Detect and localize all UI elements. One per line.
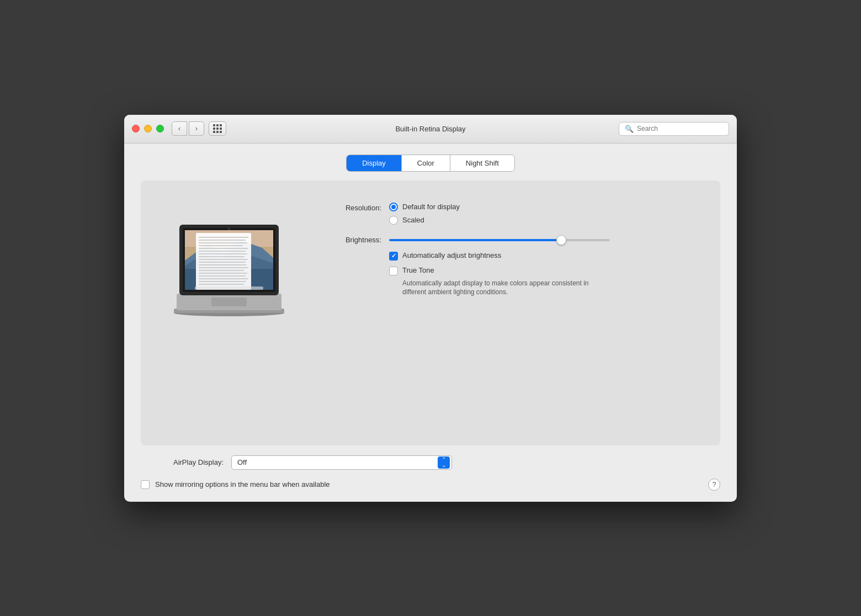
laptop-svg xyxy=(157,208,301,318)
resolution-default-option[interactable]: Default for display xyxy=(389,203,460,211)
airplay-label: AirPlay Display: xyxy=(141,458,224,466)
checkmark-icon: ✓ xyxy=(391,253,396,259)
resolution-controls: Default for display Scaled xyxy=(389,203,460,225)
svg-rect-15 xyxy=(199,242,247,243)
auto-brightness-checkbox[interactable]: ✓ xyxy=(389,252,398,261)
mirroring-row: Show mirroring options in the menu bar w… xyxy=(141,479,720,491)
svg-rect-24 xyxy=(199,267,248,268)
true-tone-row: True Tone xyxy=(389,266,610,275)
traffic-lights xyxy=(132,125,164,132)
help-button[interactable]: ? xyxy=(708,479,720,491)
grid-view-button[interactable] xyxy=(209,121,226,136)
svg-point-32 xyxy=(228,228,230,230)
tab-group: Display Color Night Shift xyxy=(346,155,515,172)
resolution-scaled-label: Scaled xyxy=(402,216,424,224)
tab-color[interactable]: Color xyxy=(402,155,450,171)
true-tone-description: Automatically adapt display to make colo… xyxy=(402,279,601,298)
search-box[interactable]: 🔍 xyxy=(619,122,729,136)
minimize-button[interactable] xyxy=(144,125,152,132)
svg-rect-23 xyxy=(199,264,247,265)
settings-area: Resolution: Default for display Scaled xyxy=(328,197,704,429)
forward-button[interactable]: › xyxy=(189,121,204,136)
brightness-slider-container[interactable] xyxy=(389,235,610,246)
svg-rect-25 xyxy=(199,270,244,271)
svg-rect-3 xyxy=(211,298,247,306)
resolution-default-radio[interactable] xyxy=(389,203,398,211)
mirroring-left: Show mirroring options in the menu bar w… xyxy=(141,480,330,489)
airplay-row: AirPlay Display: Off On ⌃⌄ xyxy=(141,455,720,470)
airplay-select-container: Off On ⌃⌄ xyxy=(231,455,452,470)
resolution-scaled-option[interactable]: Scaled xyxy=(389,216,460,225)
svg-rect-21 xyxy=(199,259,248,260)
bottom-area: AirPlay Display: Off On ⌃⌄ Show mirrorin… xyxy=(141,445,720,491)
nav-buttons: ‹ › xyxy=(172,121,204,136)
tab-display[interactable]: Display xyxy=(347,155,402,171)
auto-brightness-label: Automatically adjust brightness xyxy=(402,251,501,259)
main-panel: Resolution: Default for display Scaled xyxy=(141,180,720,445)
svg-rect-17 xyxy=(199,248,248,249)
svg-rect-31 xyxy=(195,286,263,290)
true-tone-label: True Tone xyxy=(402,266,434,274)
brightness-label: Brightness: xyxy=(328,235,389,244)
maximize-button[interactable] xyxy=(156,125,164,132)
resolution-label: Resolution: xyxy=(328,203,389,212)
airplay-select[interactable]: Off On xyxy=(231,455,452,470)
brightness-slider-track xyxy=(389,239,610,241)
tabs-container: Display Color Night Shift xyxy=(141,155,720,172)
svg-rect-14 xyxy=(199,240,246,241)
svg-rect-30 xyxy=(199,284,244,285)
laptop-preview xyxy=(157,197,301,429)
true-tone-checkbox[interactable] xyxy=(389,267,398,275)
true-tone-section: True Tone Automatically adapt display to… xyxy=(389,266,610,298)
search-icon: 🔍 xyxy=(625,125,634,133)
window-title: Built-in Retina Display xyxy=(395,125,465,133)
svg-rect-27 xyxy=(199,275,246,277)
close-button[interactable] xyxy=(132,125,140,132)
svg-rect-22 xyxy=(199,262,246,263)
radio-inner-dot xyxy=(391,205,396,209)
resolution-scaled-radio[interactable] xyxy=(389,216,398,225)
svg-rect-13 xyxy=(199,237,248,238)
svg-rect-18 xyxy=(199,251,246,252)
resolution-default-label: Default for display xyxy=(402,203,460,211)
brightness-controls: ✓ Automatically adjust brightness True T… xyxy=(389,235,610,298)
svg-rect-20 xyxy=(199,256,245,257)
search-input[interactable] xyxy=(637,125,723,132)
mirroring-label: Show mirroring options in the menu bar w… xyxy=(155,480,330,488)
svg-rect-16 xyxy=(199,245,243,246)
brightness-row: Brightness: ✓ Automatically adjust brigh… xyxy=(328,235,704,298)
mirroring-checkbox[interactable] xyxy=(141,480,150,489)
laptop-image xyxy=(157,208,301,321)
svg-rect-29 xyxy=(199,281,246,282)
svg-rect-19 xyxy=(199,253,247,254)
grid-icon xyxy=(213,124,222,133)
back-button[interactable]: ‹ xyxy=(172,121,187,136)
svg-rect-26 xyxy=(199,273,247,274)
titlebar: ‹ › Built-in Retina Display 🔍 xyxy=(124,115,737,144)
svg-rect-28 xyxy=(199,278,248,279)
auto-brightness-row: ✓ Automatically adjust brightness xyxy=(389,251,610,261)
tab-nightshift[interactable]: Night Shift xyxy=(450,155,514,171)
brightness-slider-thumb[interactable] xyxy=(556,235,566,245)
content-area: Display Color Night Shift xyxy=(124,144,737,502)
resolution-row: Resolution: Default for display Scaled xyxy=(328,203,704,225)
preferences-window: ‹ › Built-in Retina Display 🔍 Display Co… xyxy=(124,115,737,502)
